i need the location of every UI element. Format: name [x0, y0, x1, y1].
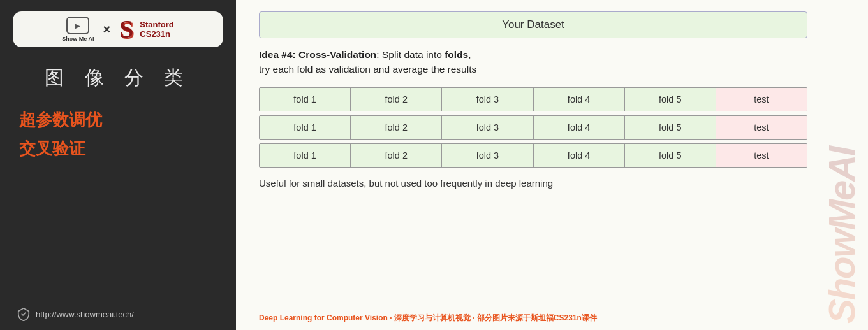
fold-cell: fold 4 [534, 144, 625, 167]
fold-table: fold 1fold 2fold 3fold 4fold 5testfold 1… [259, 87, 845, 168]
footer-suffix: · 部分图片来源于斯坦福CS231n课件 [471, 313, 597, 322]
showmeai-label: Show Me AI [62, 36, 94, 42]
sidebar-title-cn: 图 像 分 类 [45, 65, 191, 91]
fold-cell: fold 1 [260, 144, 351, 167]
fold-cell: fold 2 [351, 116, 442, 139]
sidebar-subtitle1: 超参数调优 [13, 109, 102, 131]
cross-sign: × [103, 22, 110, 37]
stanford-course: CS231n [140, 29, 173, 39]
footer-cn: 深度学习与计算机视觉 [394, 313, 471, 322]
idea-bold-folds: folds [445, 49, 468, 60]
showmeai-logo: Show Me AI [62, 17, 94, 42]
fold-row: fold 1fold 2fold 3fold 4fold 5test [259, 143, 807, 168]
fold-cell: fold 4 [534, 88, 625, 111]
logo-area: Show Me AI × S Stanford CS231n [13, 11, 223, 47]
fold-cell: fold 3 [442, 88, 533, 111]
fold-cell: fold 3 [442, 144, 533, 167]
fold-row: fold 1fold 2fold 3fold 4fold 5test [259, 115, 807, 140]
fold-cell: fold 5 [625, 88, 716, 111]
website-icon [17, 307, 31, 321]
stanford-text-block: Stanford CS231n [140, 20, 173, 39]
showmeai-icon [66, 17, 89, 34]
stanford-name: Stanford [140, 20, 173, 30]
fold-row: fold 1fold 2fold 3fold 4fold 5test [259, 87, 807, 111]
footer-text: Deep Learning for Computer Vision · 深度学习… [259, 313, 845, 324]
test-cell: test [716, 116, 807, 139]
fold-cell: fold 1 [260, 116, 351, 139]
fold-cell: fold 5 [625, 144, 716, 167]
test-cell: test [716, 88, 807, 111]
fold-cell: fold 2 [351, 88, 442, 111]
idea-bold-prefix: Idea #4: Cross-Validation [259, 49, 376, 60]
fold-cell: fold 4 [534, 116, 625, 139]
main-content: ShowMeAI Your Dataset Idea #4: Cross-Val… [236, 0, 868, 330]
stanford-s-logo: S [119, 17, 133, 42]
sidebar-url-area: http://www.showmeai.tech/ [13, 298, 134, 321]
sidebar-subtitle2: 交叉验证 [13, 138, 85, 160]
fold-cell: fold 1 [260, 88, 351, 111]
website-url[interactable]: http://www.showmeai.tech/ [36, 310, 134, 319]
showmeai-logo-block: Show Me AI [62, 17, 94, 42]
test-cell: test [716, 144, 807, 167]
fold-cell: fold 5 [625, 116, 716, 139]
idea-description: Idea #4: Cross-Validation: Split data in… [259, 47, 845, 77]
fold-cell: fold 2 [351, 144, 442, 167]
dataset-box: Your Dataset [259, 11, 807, 38]
stanford-logo-area: S Stanford CS231n [119, 17, 174, 42]
sidebar: Show Me AI × S Stanford CS231n 图 像 分 类 超… [0, 0, 236, 330]
footer-prefix: Deep Learning for Computer Vision · [259, 313, 394, 322]
useful-text: Useful for small datasets, but not used … [259, 178, 845, 189]
idea-text-part1: : Split data into folds, [376, 49, 471, 60]
idea-text-part2: try each fold as validation and average … [259, 64, 476, 75]
fold-cell: fold 3 [442, 116, 533, 139]
